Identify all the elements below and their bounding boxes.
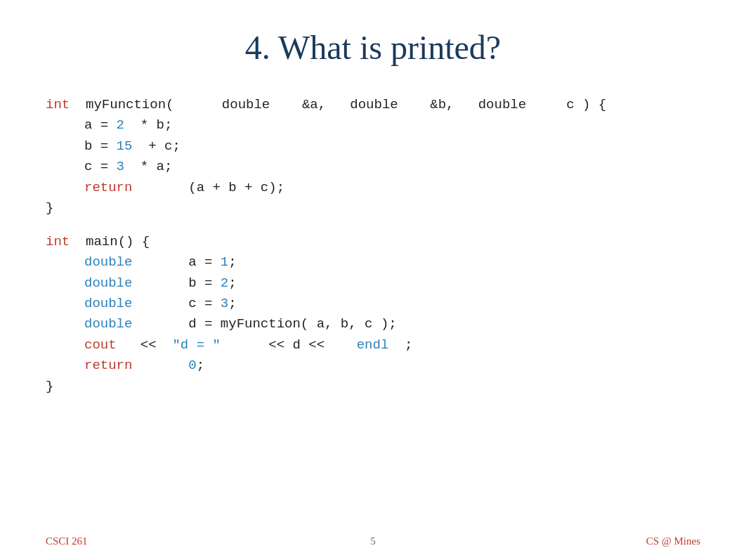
- main-a-assign: a =: [132, 252, 220, 273]
- main-b-assign: b =: [132, 273, 220, 294]
- func1-num-2: 2: [117, 115, 124, 136]
- func1-close: }: [46, 198, 746, 219]
- func1-return-post: (a + b + c);: [132, 178, 284, 198]
- main-close-brace: }: [46, 377, 53, 397]
- kw-int-1: int: [46, 95, 70, 115]
- page-title: 4. What is printed?: [0, 0, 746, 88]
- func1-return-line: return (a + b + c);: [84, 178, 746, 198]
- kw-double-d: double: [84, 314, 132, 334]
- main-return-pre: [132, 356, 188, 376]
- footer-center: 5: [370, 535, 376, 547]
- function1-sig: myFunction( double &a, double &b, double…: [70, 95, 606, 115]
- main-return-0: 0: [188, 356, 196, 376]
- main-return-line: return 0 ;: [84, 356, 746, 376]
- func1-num-15: 15: [117, 136, 133, 157]
- func1-line3: c = 3 * a;: [84, 157, 746, 177]
- footer-right: CS @ Mines: [646, 535, 700, 547]
- main-line1: double a = 1 ;: [84, 252, 746, 273]
- function1-block: int myFunction( double &a, double &b, do…: [46, 95, 746, 219]
- func1-b-assign: b =: [84, 136, 117, 157]
- func1-num-3: 3: [117, 157, 124, 177]
- main-return-semi: ;: [197, 356, 204, 376]
- main-line4: double d = myFunction( a, b, c );: [84, 314, 746, 334]
- main-line5: cout << "d = " << d << endl ;: [84, 335, 746, 356]
- main-d-assign: d = myFunction( a, b, c );: [132, 314, 396, 334]
- kw-double-a: double: [84, 252, 132, 273]
- main-b-semi: ;: [228, 273, 236, 294]
- kw-double-c: double: [84, 294, 132, 314]
- func1-b-post: + c;: [132, 136, 180, 157]
- main-num-1: 1: [221, 252, 228, 273]
- function2-block: int main() { double a = 1 ; double b = 2…: [46, 232, 746, 398]
- kw-return-1: return: [84, 178, 132, 198]
- main-close: }: [46, 377, 746, 397]
- func1-c-post: * a;: [124, 157, 172, 177]
- kw-int-2: int: [46, 232, 70, 252]
- main-sig: main() {: [70, 232, 150, 252]
- func1-line2: b = 15 + c;: [84, 136, 746, 157]
- kw-return-2: return: [84, 356, 132, 376]
- main-line2: double b = 2 ;: [84, 273, 746, 294]
- footer-left: CSCI 261: [46, 535, 88, 547]
- main-c-semi: ;: [228, 294, 236, 314]
- code-area: int myFunction( double &a, double &b, do…: [0, 88, 746, 397]
- cout-str: "d = ": [172, 335, 220, 356]
- main-line3: double c = 3 ;: [84, 294, 746, 314]
- main-num-3: 3: [221, 294, 228, 314]
- func1-close-brace: }: [46, 198, 53, 219]
- cout-op1: <<: [117, 335, 173, 356]
- func1-a-assign: a =: [84, 115, 117, 136]
- main-signature-line: int main() {: [46, 232, 746, 252]
- func1-a-post: * b;: [124, 115, 172, 136]
- kw-cout: cout: [84, 335, 117, 356]
- main-c-assign: c =: [132, 294, 220, 314]
- main-num-2: 2: [221, 273, 228, 294]
- cout-semi: ;: [388, 335, 412, 356]
- kw-double-b: double: [84, 273, 132, 294]
- cout-op2: << d <<: [221, 335, 357, 356]
- function1-signature-line: int myFunction( double &a, double &b, do…: [46, 95, 746, 115]
- func1-c-assign: c =: [84, 157, 117, 177]
- kw-endl: endl: [357, 335, 389, 356]
- main-a-semi: ;: [228, 252, 236, 273]
- func1-line1: a = 2 * b;: [84, 115, 746, 136]
